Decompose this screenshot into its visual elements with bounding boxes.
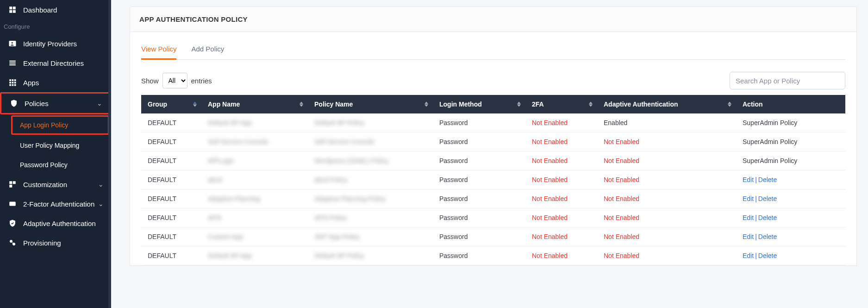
edit-link[interactable]: Edit — [743, 214, 754, 221]
sidebar-item-label: Policies — [25, 100, 97, 107]
cell-2fa: Not Enabled — [525, 113, 597, 132]
cell-policy-name: Wordpress (SAML) Policy — [308, 151, 433, 170]
card-body: View Policy Add Policy Show All entries … — [130, 32, 857, 266]
cell-group: DEFAULT — [141, 227, 201, 246]
action-text: SuperAdmin Policy — [743, 157, 797, 164]
delete-link[interactable]: Delete — [758, 176, 777, 183]
action-text: SuperAdmin Policy — [743, 138, 797, 145]
svg-rect-6 — [9, 64, 16, 65]
svg-rect-16 — [9, 181, 12, 184]
2fa-icon — [7, 199, 18, 209]
edit-link[interactable]: Edit — [743, 233, 754, 240]
sidebar-item-label: Adaptive Authentication — [23, 220, 104, 227]
sidebar-sub-password-policy[interactable]: Password Policy — [0, 155, 111, 175]
svg-rect-2 — [9, 10, 12, 13]
cell-adaptive: Not Enabled — [597, 227, 736, 246]
sidebar-item-policies[interactable]: Policies ⌄ — [0, 92, 111, 114]
sidebar-section-configure: Configure — [0, 19, 111, 34]
cell-app-name: abcd — [201, 170, 308, 189]
action-separator: | — [755, 252, 757, 259]
svg-rect-15 — [14, 84, 16, 86]
cell-adaptive: Not Enabled — [597, 208, 736, 227]
sidebar-section-label: Configure — [4, 23, 107, 30]
sidebar-scrollbar[interactable] — [108, 0, 111, 308]
col-group[interactable]: Group — [141, 95, 201, 113]
svg-rect-1 — [13, 6, 16, 9]
col-action: Action — [736, 95, 845, 113]
dashboard-icon — [7, 5, 18, 15]
sidebar-item-label: Password Policy — [20, 161, 102, 169]
cell-2fa: Not Enabled — [525, 189, 597, 208]
cell-policy-name: Adaptive Planning Policy — [308, 189, 433, 208]
chevron-down-icon: ⌄ — [98, 181, 104, 188]
cell-action: Edit|Delete — [736, 227, 845, 246]
delete-link[interactable]: Delete — [758, 195, 777, 202]
sidebar-item-external-directories[interactable]: External Directories — [0, 53, 111, 73]
cell-action: Edit|Delete — [736, 170, 845, 189]
action-separator: | — [755, 176, 757, 183]
table-row: DEFAULTWPLoginWordpress (SAML) PolicyPas… — [141, 151, 845, 170]
cell-group: DEFAULT — [141, 170, 201, 189]
svg-rect-13 — [9, 84, 11, 86]
cell-group: DEFAULT — [141, 246, 201, 265]
delete-link[interactable]: Delete — [758, 252, 777, 259]
search-box — [730, 72, 845, 89]
shield-check-icon — [7, 218, 18, 228]
col-2fa[interactable]: 2FA — [525, 95, 597, 113]
tab-view-policy[interactable]: View Policy — [141, 45, 176, 59]
tab-add-policy[interactable]: Add Policy — [191, 45, 224, 59]
col-app-name[interactable]: App Name — [201, 95, 308, 113]
cell-app-name: Default SP App — [201, 246, 308, 265]
show-entries: Show All entries — [141, 73, 212, 88]
table-header-row: Group App Name Policy Name Login Method — [141, 95, 845, 113]
svg-rect-10 — [9, 82, 11, 84]
sidebar-item-label: Provisioning — [23, 239, 104, 247]
cell-action: SuperAdmin Policy — [736, 113, 845, 132]
delete-link[interactable]: Delete — [758, 214, 777, 221]
cell-app-name: Adaptive Planning — [201, 189, 308, 208]
show-label: Show — [141, 77, 159, 85]
svg-rect-11 — [12, 82, 14, 84]
entries-select[interactable]: All — [162, 73, 187, 88]
svg-rect-8 — [12, 79, 14, 81]
cell-adaptive: Enabled — [597, 113, 736, 132]
cell-login-method: Password — [433, 189, 525, 208]
policy-table: Group App Name Policy Name Login Method — [141, 95, 845, 265]
cell-action: Edit|Delete — [736, 208, 845, 227]
cell-login-method: Password — [433, 227, 525, 246]
edit-link[interactable]: Edit — [743, 252, 754, 259]
cell-login-method: Password — [433, 132, 525, 151]
action-separator: | — [755, 195, 757, 202]
col-login-method[interactable]: Login Method — [433, 95, 525, 113]
page-title: APP AUTHENTICATION POLICY — [139, 15, 847, 23]
col-adaptive-auth[interactable]: Adaptive Authentication — [597, 95, 736, 113]
edit-link[interactable]: Edit — [743, 176, 754, 183]
svg-rect-9 — [14, 79, 16, 81]
cell-adaptive: Not Enabled — [597, 132, 736, 151]
col-policy-name[interactable]: Policy Name — [308, 95, 433, 113]
sidebar-item-dashboard[interactable]: Dashboard — [0, 0, 111, 19]
delete-link[interactable]: Delete — [758, 233, 777, 240]
sidebar-item-adaptive-auth[interactable]: Adaptive Authentication — [0, 214, 111, 233]
provisioning-icon — [7, 238, 18, 248]
sidebar-item-label: Customization — [23, 181, 98, 189]
edit-link[interactable]: Edit — [743, 195, 754, 202]
sidebar-sub-user-policy-mapping[interactable]: User Policy Mapping — [0, 136, 111, 155]
sidebar-item-apps[interactable]: Apps — [0, 73, 111, 92]
list-icon — [7, 58, 18, 68]
sort-icon — [517, 102, 521, 107]
sidebar-item-2fa[interactable]: 2-Factor Authentication ⌄ — [0, 194, 111, 214]
sidebar-item-label: 2-Factor Authentication — [23, 200, 98, 208]
sidebar-item-provisioning[interactable]: Provisioning — [0, 233, 111, 252]
table-row: DEFAULTDefault SP AppDefault SP PolicyPa… — [141, 113, 845, 132]
sidebar-item-customization[interactable]: Customization ⌄ — [0, 175, 111, 194]
sidebar-item-identity-providers[interactable]: Identity Providers — [0, 34, 111, 53]
sidebar-item-label: Identity Providers — [23, 40, 104, 48]
chevron-down-icon: ⌄ — [98, 200, 104, 207]
cell-login-method: Password — [433, 208, 525, 227]
sidebar-sub-app-login-policy[interactable]: App Login Policy — [11, 115, 109, 135]
search-input[interactable] — [730, 72, 845, 89]
entries-label: entries — [191, 77, 212, 85]
cell-login-method: Password — [433, 246, 525, 265]
table-row: DEFAULTAdaptive PlanningAdaptive Plannin… — [141, 189, 845, 208]
